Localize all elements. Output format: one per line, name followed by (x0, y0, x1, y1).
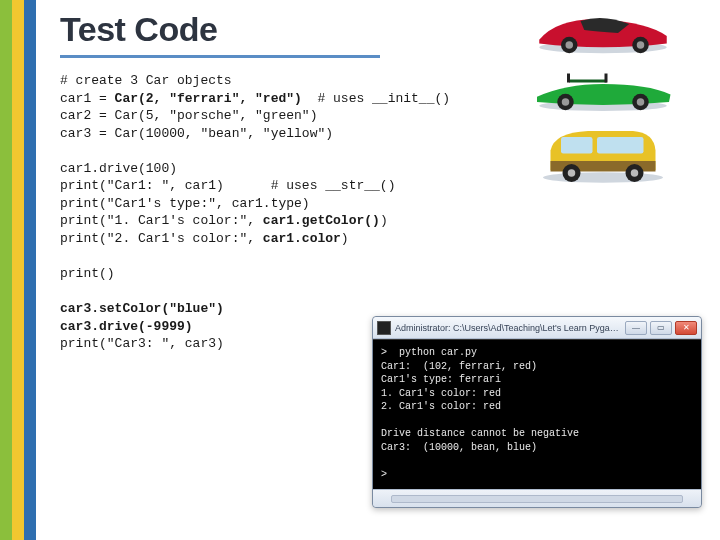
stripe-yellow (12, 0, 24, 540)
svg-point-20 (631, 169, 639, 177)
svg-point-18 (568, 169, 576, 177)
green-convertible-car-icon (528, 63, 678, 116)
red-sports-car-icon (528, 6, 678, 59)
stripe-green (0, 0, 12, 540)
svg-point-4 (637, 41, 645, 49)
close-button[interactable]: ✕ (675, 321, 697, 335)
terminal-window: Administrator: C:\Users\Ad\Teaching\Let'… (372, 316, 702, 508)
title-underline (60, 55, 380, 58)
svg-rect-6 (569, 79, 607, 82)
svg-point-13 (543, 172, 663, 183)
svg-rect-14 (561, 137, 593, 154)
svg-point-10 (562, 98, 570, 106)
car-illustrations (528, 6, 708, 191)
terminal-title: Administrator: C:\Users\Ad\Teaching\Let'… (395, 323, 625, 333)
svg-point-2 (566, 41, 574, 49)
yellow-mini-car-icon (528, 119, 678, 187)
side-stripes (0, 0, 36, 540)
svg-rect-15 (597, 137, 644, 154)
svg-point-12 (637, 98, 645, 106)
minimize-button[interactable]: — (625, 321, 647, 335)
terminal-titlebar: Administrator: C:\Users\Ad\Teaching\Let'… (373, 317, 701, 339)
svg-rect-8 (605, 73, 608, 82)
horizontal-scrollbar[interactable] (391, 495, 683, 503)
svg-rect-7 (567, 73, 570, 82)
terminal-output: > python car.py Car1: (102, ferrari, red… (373, 339, 701, 489)
cmd-icon (377, 321, 391, 335)
stripe-blue (24, 0, 36, 540)
terminal-statusbar (373, 489, 701, 507)
maximize-button[interactable]: ▭ (650, 321, 672, 335)
